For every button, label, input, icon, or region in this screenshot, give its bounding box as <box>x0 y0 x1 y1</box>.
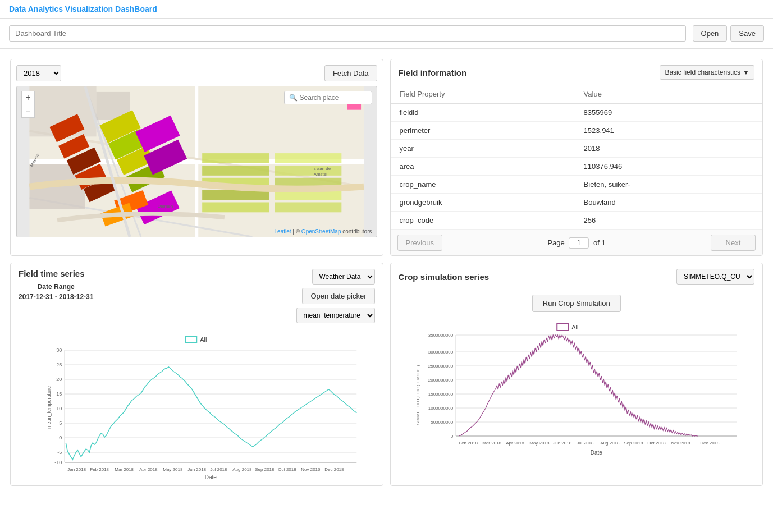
zoom-out-button[interactable]: − <box>21 104 35 118</box>
search-icon: 🔍 <box>289 94 298 102</box>
svg-text:5: 5 <box>59 420 62 426</box>
svg-text:s aan de: s aan de <box>314 166 331 171</box>
svg-text:Aug 2018: Aug 2018 <box>232 467 252 472</box>
field-value-cell: 256 <box>575 212 762 230</box>
crop-sim-chart-area: All SIMMETEO.Q_CU (J_M2D1 ) 3500000000 3… <box>391 317 763 473</box>
map-search-input[interactable] <box>300 94 367 102</box>
svg-rect-29 <box>275 166 341 176</box>
open-date-picker-button[interactable]: Open date picker <box>302 288 374 304</box>
svg-text:1500000000: 1500000000 <box>428 392 453 397</box>
page-info: Page of 1 <box>547 237 605 249</box>
svg-text:Oct 2018: Oct 2018 <box>647 441 666 446</box>
ts-chart-svg: All mean_temperature 30 25 <box>19 333 375 479</box>
svg-rect-74 <box>557 324 568 331</box>
ts-title-area: Field time series Date Range 2017-12-31 … <box>19 269 93 301</box>
field-value-cell: Bieten, suiker- <box>575 176 762 194</box>
field-value-cell: Bouwland <box>575 194 762 212</box>
svg-text:0: 0 <box>450 434 453 439</box>
pagination: Previous Page of 1 Next <box>391 230 763 255</box>
svg-text:20: 20 <box>56 377 62 382</box>
run-sim-area: Run Crop Simulation <box>391 290 763 317</box>
field-info-panel: Field information Basic field characteri… <box>390 59 763 256</box>
table-row: crop_nameBieten, suiker- <box>391 176 763 194</box>
field-property-cell: grondgebruik <box>391 194 575 212</box>
svg-text:Sep 2018: Sep 2018 <box>255 467 275 472</box>
crop-sim-panel: Crop simulation series SIMMETEO.Q_CU SIM… <box>390 263 763 486</box>
field-property-cell: perimeter <box>391 122 575 140</box>
map-svg: s aan de Amstel Meerse Diemen <box>17 86 377 237</box>
data-type-select[interactable]: Weather Data Satellite Data <box>312 269 375 285</box>
timeseries-panel: Field time series Date Range 2017-12-31 … <box>10 263 383 486</box>
ts-chart-area: All mean_temperature 30 25 <box>11 329 383 485</box>
svg-text:Jul 2018: Jul 2018 <box>577 441 594 446</box>
svg-text:All: All <box>571 324 578 331</box>
svg-text:Apr 2018: Apr 2018 <box>139 467 158 472</box>
open-button[interactable]: Open <box>693 25 728 42</box>
svg-text:Jul 2018: Jul 2018 <box>210 467 227 472</box>
svg-text:15: 15 <box>56 391 62 397</box>
year-select[interactable]: 2018 2017 2016 <box>16 65 61 81</box>
variable-select[interactable]: mean_temperature precipitation solar_rad… <box>296 308 375 323</box>
svg-text:Dec 2018: Dec 2018 <box>324 467 344 472</box>
ts-controls: Weather Data Satellite Data Open date pi… <box>296 269 375 323</box>
svg-text:Apr 2018: Apr 2018 <box>506 441 524 446</box>
svg-text:Oct 2018: Oct 2018 <box>278 467 296 472</box>
field-info-header: Field information Basic field characteri… <box>391 59 763 85</box>
field-property-cell: area <box>391 158 575 176</box>
crop-sim-chart-svg: All SIMMETEO.Q_CU (J_M2D1 ) 3500000000 3… <box>399 321 755 467</box>
svg-text:0: 0 <box>59 435 62 441</box>
ts-header: Field time series Date Range 2017-12-31 … <box>11 263 383 329</box>
zoom-in-button[interactable]: + <box>21 91 35 104</box>
field-characteristics-dropdown[interactable]: Basic field characteristics ▼ <box>660 65 754 80</box>
svg-rect-24 <box>202 166 269 176</box>
field-table: Field Property Value fieldid8355969perim… <box>391 85 763 230</box>
svg-text:Sep 2018: Sep 2018 <box>624 441 643 446</box>
svg-text:3500000000: 3500000000 <box>428 333 453 338</box>
svg-text:25: 25 <box>56 362 62 368</box>
map-credit: Leaflet | © OpenStreetMap contributors <box>275 228 372 235</box>
osm-link[interactable]: OpenStreetMap <box>301 228 341 235</box>
field-property-cell: year <box>391 140 575 158</box>
svg-text:Dec 2018: Dec 2018 <box>700 441 720 446</box>
svg-text:SIMMETEO.Q_CU (J_M2D1 ): SIMMETEO.Q_CU (J_M2D1 ) <box>415 365 420 425</box>
map-panel: 2018 2017 2016 Fetch Data <box>10 59 383 256</box>
field-value-cell: 110376.946 <box>575 158 762 176</box>
fetch-data-button[interactable]: Fetch Data <box>324 65 377 81</box>
leaflet-link[interactable]: Leaflet <box>275 228 291 235</box>
prev-button[interactable]: Previous <box>397 235 443 251</box>
svg-text:Feb 2018: Feb 2018 <box>459 441 478 446</box>
page-number-input[interactable] <box>569 237 589 249</box>
next-button[interactable]: Next <box>711 235 756 251</box>
chevron-down-icon: ▼ <box>743 68 749 76</box>
svg-text:10: 10 <box>56 406 62 411</box>
table-row: fieldid8355969 <box>391 103 763 122</box>
svg-text:May 2018: May 2018 <box>163 467 183 472</box>
svg-text:3000000000: 3000000000 <box>428 350 453 355</box>
svg-text:Jan 2018: Jan 2018 <box>67 467 86 472</box>
crop-sim-variable-select[interactable]: SIMMETEO.Q_CU SIMMETEO.RAIN SIMMETEO.TMA… <box>676 269 754 285</box>
col-property: Field Property <box>391 85 575 103</box>
svg-text:Nov 2016: Nov 2016 <box>301 467 321 472</box>
svg-text:500000000: 500000000 <box>431 420 454 425</box>
table-row: crop_code256 <box>391 212 763 230</box>
dashboard-title-input[interactable] <box>9 25 686 42</box>
date-range-label: Date Range <box>19 283 93 291</box>
map-container: s aan de Amstel Meerse Diemen + − 🔍 Leaf… <box>16 86 377 237</box>
field-property-cell: crop_name <box>391 176 575 194</box>
table-row: year2018 <box>391 140 763 158</box>
svg-text:Mar 2018: Mar 2018 <box>482 441 501 446</box>
map-zoom-controls: + − <box>21 91 35 118</box>
svg-text:-10: -10 <box>54 460 62 465</box>
save-button[interactable]: Save <box>730 25 764 42</box>
svg-text:Amstel: Amstel <box>314 172 327 177</box>
svg-text:All: All <box>200 336 207 343</box>
table-row: grondgebruikBouwland <box>391 194 763 212</box>
svg-text:Date: Date <box>590 450 602 456</box>
date-range-value: 2017-12-31 - 2018-12-31 <box>19 293 93 301</box>
svg-text:Jun 2018: Jun 2018 <box>187 467 206 472</box>
svg-text:2000000000: 2000000000 <box>428 378 453 383</box>
svg-text:2500000000: 2500000000 <box>428 364 453 369</box>
svg-rect-32 <box>275 202 341 212</box>
run-crop-simulation-button[interactable]: Run Crop Simulation <box>532 295 621 312</box>
field-info-title: Field information <box>399 68 467 77</box>
